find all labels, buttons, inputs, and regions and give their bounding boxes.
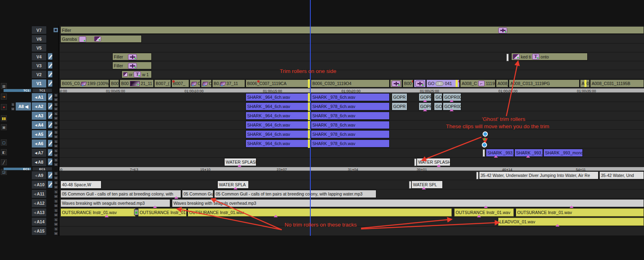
track-button-a11[interactable]: ◀A11 [31,189,47,198]
clip-b006-c007-1119ca[interactable]: B006_C007_1119CA [246,79,308,87]
solo-button-a1[interactable]: S [54,93,58,97]
mute-button-left[interactable]: M [11,107,15,111]
clip-gopr[interactable]: GOPR [392,102,407,110]
clip-b0[interactable]: B037_11 [212,79,245,87]
clip-go[interactable]: GO [434,93,442,101]
clip-b00[interactable]: B00 [109,79,119,87]
playhead[interactable] [310,0,311,236]
pencil-tool-box[interactable] [47,158,53,166]
mute-button-a5[interactable]: M [54,135,58,139]
solo-button-a13[interactable]: S [54,208,58,212]
clip-leadvox-01-wav[interactable]: LEADVOX_01.wav [498,218,644,226]
track-button-a14[interactable]: ◀A14 [31,217,47,226]
ghost-trim-roller[interactable] [476,172,479,179]
track-button-a3[interactable]: ◀A3 [31,111,47,120]
clip-35-42-water-underwater-diver[interactable]: 35-42 Water, Underwater Diver Jumping In… [479,171,599,179]
track-button-a2[interactable]: ◀A2 [31,102,47,111]
pencil-tool-box[interactable] [47,121,53,129]
solo-button-a8[interactable]: S [54,158,58,162]
track-lane-a15[interactable] [60,227,644,236]
clip-shark-993-mono[interactable]: SHARK _993_mono [543,149,583,157]
track-lane-a10[interactable] [60,180,644,189]
pencil-tool-box[interactable] [47,181,53,188]
monitor-icon[interactable] [53,27,58,33]
ruler-lane-tc1[interactable]: 0:0001:00:05:0001:00:10:0001:00:15:0001:… [60,88,644,93]
clip-water-spla[interactable]: WATER SPLA [217,181,249,189]
clip-go[interactable]: GO [434,102,442,110]
solo-button-a4[interactable]: S [54,121,58,125]
clip-outsurance-instr-01-wav[interactable]: OUTSURANCE Instr_01.wav [60,208,136,216]
clip-filler[interactable]: Filler [60,26,644,34]
clip-b007[interactable]: B007_ [171,79,189,87]
clip-gansba[interactable]: Gansba [60,35,142,43]
clip-shark-978-6ch-wav[interactable]: SHARK _978_6ch.wav [311,112,390,120]
grid-icon[interactable]: ▦ [1,83,7,89]
rail-strip-ec1[interactable]: EC1 [3,167,31,171]
clip-outsurance-instr-01-wav[interactable]: OUTSURANCE Instr_01.wav [454,208,514,216]
clip-b00[interactable]: B0021_11 [120,79,154,87]
rail-strip-tc1[interactable]: TC1 [3,89,31,92]
mute-button-a8[interactable]: M [54,162,58,166]
clip-b00[interactable]: B00 [402,79,413,87]
clip-outsurance-instr-01-wav[interactable]: OUTSURANCE Instr_01.wav [516,208,644,216]
mute-button-a11[interactable]: M [54,194,58,198]
clip-shark-964-6ch-wav[interactable]: SHARK _964_6ch.wav [246,112,308,120]
mute-button-a12[interactable]: M [54,204,58,208]
clip-gopr[interactable]: GOPR [392,93,407,101]
clip-a008-c[interactable]: A008_C⌐1119DK [460,79,495,87]
pencil-tool-box[interactable] [47,79,53,87]
solo-button-a3[interactable]: S [54,112,58,116]
mute-button-a1[interactable]: M [54,98,58,102]
clip-ked-ti[interactable]: ked tiTonto [511,53,588,60]
trim-roller-dot-bottom[interactable] [482,142,487,148]
clip-35-42-water-und[interactable]: 35-42 Water, Und [599,171,644,179]
track-button-v3[interactable]: V3 [31,61,47,70]
trim-roller-dot-top[interactable] [483,131,488,137]
clip-outsurance-instr-01-w[interactable]: OUTSURANCE Instr_01.w [138,208,187,216]
track-button-v2[interactable]: V2 [31,70,47,79]
clip-go[interactable]: GOT041 [426,79,460,87]
track-lane-a8[interactable] [60,158,644,167]
clip-a008[interactable]: A008 [580,79,590,87]
mute-button-a14[interactable]: M [54,222,58,226]
track-button-a12[interactable]: ◀A12 [31,199,47,208]
gain-icon[interactable] [134,209,138,215]
mute-button-a3[interactable]: M [54,116,58,120]
track-button-v4[interactable]: V4 [31,52,47,61]
clip-05-common-gull[interactable]: 05 Common Gull [182,190,213,198]
pencil-tool-box[interactable] [47,149,53,156]
ghost-trim-roller[interactable] [506,54,509,61]
orange-arrow-icon[interactable]: ➜ [1,94,7,100]
select-box-icon[interactable]: ▢ [1,139,7,146]
clip-c[interactable]: C [190,79,200,87]
track-button-v1[interactable]: V1 [31,79,47,88]
track-button-a10[interactable]: ◀A10 [31,180,47,189]
solo-button-a14[interactable]: S [54,218,58,222]
clip-shark-964-6ch-wav[interactable]: SHARK _964_6ch.wav [246,139,308,148]
ghost-trim-roller[interactable] [409,181,411,189]
clip-water-splash[interactable]: WATER SPLASH [417,158,450,166]
clip-a008-c031-11195b[interactable]: A008_C031_11195B [590,79,644,87]
solo-button-a5[interactable]: S [54,130,58,134]
pen-icon[interactable]: ╱ [1,159,7,165]
solo-button-a11[interactable]: S [54,190,58,194]
clip-water-spl[interactable]: WATER SPL [411,181,443,189]
mute-button-a10[interactable]: M [54,185,58,189]
mask-icon[interactable]: ◧ [1,149,7,155]
clip-shark-978-6ch-wav[interactable]: SHARK _978_6ch.wav [311,102,390,110]
track-button-a4[interactable]: ◀A4 [31,121,47,129]
clip-40-48-space-w[interactable]: 40-48 Space,W [60,181,101,189]
ruler-lane-ec1[interactable]: 07+1315+1023+0731+0439+0146+1454+11 [60,167,644,171]
ghost-trim-roller[interactable] [414,158,417,166]
clip-shark-964-6ch-wav[interactable]: SHARK _964_6ch.wav [246,102,308,110]
mute-button-a15[interactable]: M [54,231,58,235]
clip-05-common-gull-calls-of-ten-[interactable]: 05 Common Gull - calls of ten pairs at b… [214,190,376,198]
track-button-a9[interactable]: ◀A9 [31,171,47,180]
mute-button-a4[interactable]: M [54,125,58,129]
mute-button-a6[interactable]: M [54,144,58,148]
clip-shark-964-6ch-wav[interactable]: SHARK _964_6ch.wav [246,93,308,101]
clip-or[interactable]: orTw 1 [122,71,152,78]
track-button-a7[interactable]: ◀A7 [31,148,47,157]
pencil-tool-box[interactable] [47,102,53,110]
track-button-a15[interactable]: ◀A15 [31,227,47,235]
